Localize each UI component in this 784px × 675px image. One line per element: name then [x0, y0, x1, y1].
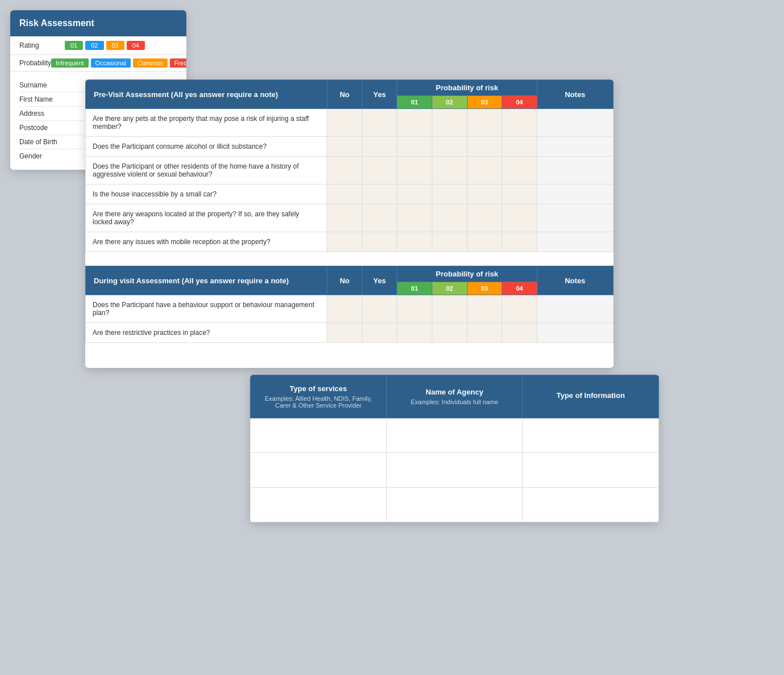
- prob-03-3[interactable]: [467, 157, 502, 185]
- services-cell-2-3[interactable]: [523, 453, 659, 488]
- pre-visit-no-header: No: [327, 80, 362, 109]
- prob-04-1[interactable]: [502, 109, 537, 137]
- dur-prob-02-1[interactable]: [432, 295, 467, 323]
- prob-02-6[interactable]: [432, 232, 467, 252]
- yes-check-3[interactable]: [362, 157, 397, 185]
- services-cell-1-1[interactable]: [251, 418, 387, 453]
- table-row: Is the house inaccessible by a small car…: [86, 185, 614, 204]
- prob-03-5[interactable]: [467, 204, 502, 232]
- yes-check-2[interactable]: [362, 137, 397, 157]
- dur-prob-03-1[interactable]: [467, 295, 502, 323]
- rating-row: Rating 01 02 03 04: [10, 36, 186, 55]
- dur-prob-02-2[interactable]: [432, 323, 467, 343]
- prob-01-2[interactable]: [397, 137, 432, 157]
- dur-prob-01-2[interactable]: [397, 323, 432, 343]
- services-col-header-2: Name of Agency Examples: Individuals ful…: [386, 375, 523, 418]
- rating-pills: 01 02 03 04: [65, 41, 145, 50]
- prob-04-2[interactable]: [502, 137, 537, 157]
- pre-visit-section-header: Pre-Visit Assessment (All yes answer req…: [86, 80, 327, 109]
- probability-row: Probability Infrequent Occasional Common…: [10, 55, 186, 72]
- services-cell-1-2[interactable]: [386, 418, 523, 453]
- risk-assessment-card: Pre-Visit Assessment (All yes answer req…: [85, 79, 614, 368]
- prob-04-4[interactable]: [502, 185, 537, 204]
- dur-prob-04-2[interactable]: [502, 323, 537, 343]
- question-5: Are there any weapons located at the pro…: [86, 204, 327, 232]
- dur-sub-03: 03: [467, 282, 502, 295]
- services-card: Type of services Examples: Allied Health…: [250, 375, 659, 522]
- services-cell-2-1[interactable]: [251, 453, 387, 488]
- services-cell-3-1[interactable]: [251, 488, 387, 522]
- yes-check-5[interactable]: [362, 204, 397, 232]
- prob-02-5[interactable]: [432, 204, 467, 232]
- dur-notes-2[interactable]: [537, 323, 613, 343]
- prob-02-1[interactable]: [432, 109, 467, 137]
- dur-sub-01: 01: [397, 282, 432, 295]
- pre-sub-03: 03: [467, 96, 502, 109]
- prob-01-5[interactable]: [397, 204, 432, 232]
- prob-occasional: Occasional: [91, 58, 131, 68]
- dur-prob-03-2[interactable]: [467, 323, 502, 343]
- yes-check-6[interactable]: [362, 232, 397, 252]
- prob-03-4[interactable]: [467, 185, 502, 204]
- prob-04-3[interactable]: [502, 157, 537, 185]
- dur-prob-04-1[interactable]: [502, 295, 537, 323]
- table-row: Are there any weapons located at the pro…: [86, 204, 614, 232]
- notes-4[interactable]: [537, 185, 613, 204]
- prob-04-5[interactable]: [502, 204, 537, 232]
- no-check-3[interactable]: [327, 157, 362, 185]
- dur-prob-01-1[interactable]: [397, 295, 432, 323]
- pre-visit-probability-header: Probability of risk: [397, 80, 537, 96]
- dur-yes-check-1[interactable]: [362, 295, 397, 323]
- notes-1[interactable]: [537, 109, 613, 137]
- services-table: Type of services Examples: Allied Health…: [250, 375, 659, 522]
- prob-01-6[interactable]: [397, 232, 432, 252]
- question-1: Are there any pets at the property that …: [86, 109, 327, 137]
- during-visit-no-header: No: [327, 266, 362, 295]
- prob-03-1[interactable]: [467, 109, 502, 137]
- notes-2[interactable]: [537, 137, 613, 157]
- prob-infrequent: Infrequent: [51, 58, 89, 68]
- dur-no-check-1[interactable]: [327, 295, 362, 323]
- table-row: Does the Participant or other residents …: [86, 157, 614, 185]
- prob-pills: Infrequent Occasional Common Frequent: [51, 58, 186, 68]
- prob-02-3[interactable]: [432, 157, 467, 185]
- table-row: Are there restrictive practices in place…: [86, 323, 614, 343]
- rating-02: 02: [85, 41, 103, 50]
- yes-check-1[interactable]: [362, 109, 397, 137]
- notes-3[interactable]: [537, 157, 613, 185]
- during-visit-yes-header: Yes: [362, 266, 397, 295]
- dur-sub-02: 02: [432, 282, 467, 295]
- prob-01-4[interactable]: [397, 185, 432, 204]
- services-cell-3-3[interactable]: [523, 488, 659, 522]
- prob-02-4[interactable]: [432, 185, 467, 204]
- prob-01-3[interactable]: [397, 157, 432, 185]
- services-cell-2-2[interactable]: [386, 453, 523, 488]
- pre-sub-02: 02: [432, 96, 467, 109]
- dur-notes-1[interactable]: [537, 295, 613, 323]
- question-4: Is the house inaccessible by a small car…: [86, 185, 327, 204]
- no-check-4[interactable]: [327, 185, 362, 204]
- prob-04-6[interactable]: [502, 232, 537, 252]
- notes-6[interactable]: [537, 232, 613, 252]
- prob-03-6[interactable]: [467, 232, 502, 252]
- prob-03-2[interactable]: [467, 137, 502, 157]
- dur-question-1: Does the Participant have a behaviour su…: [86, 295, 327, 323]
- notes-5[interactable]: [537, 204, 613, 232]
- prob-02-2[interactable]: [432, 137, 467, 157]
- dur-sub-04: 04: [502, 282, 537, 295]
- pre-visit-yes-header: Yes: [362, 80, 397, 109]
- services-cell-3-2[interactable]: [386, 488, 523, 522]
- no-check-2[interactable]: [327, 137, 362, 157]
- pre-visit-table: Pre-Visit Assessment (All yes answer req…: [85, 79, 614, 252]
- no-check-1[interactable]: [327, 109, 362, 137]
- dur-yes-check-2[interactable]: [362, 323, 397, 343]
- yes-check-4[interactable]: [362, 185, 397, 204]
- no-check-5[interactable]: [327, 204, 362, 232]
- rating-01: 01: [65, 41, 83, 50]
- prob-01-1[interactable]: [397, 109, 432, 137]
- table-row: Does the Participant have a behaviour su…: [86, 295, 614, 323]
- dur-no-check-2[interactable]: [327, 323, 362, 343]
- table-row: Are there any issues with mobile recepti…: [86, 232, 614, 252]
- services-cell-1-3[interactable]: [523, 418, 659, 453]
- no-check-6[interactable]: [327, 232, 362, 252]
